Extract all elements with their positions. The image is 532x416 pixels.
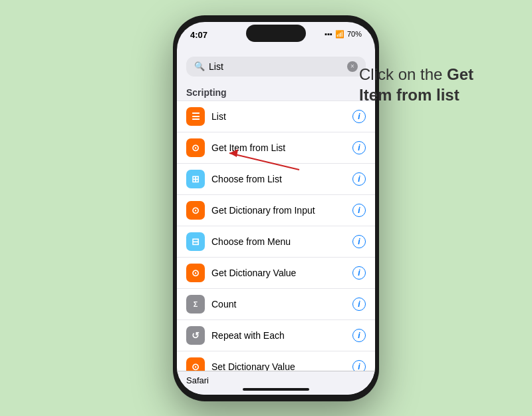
get-dict-value-info[interactable]: i — [352, 266, 366, 280]
get-item-icon: ⊙ — [186, 138, 205, 157]
get-dict-input-icon: ⊙ — [186, 201, 205, 220]
clear-icon: × — [350, 63, 354, 70]
list-item-choose-from-menu[interactable]: ⊟ Choose from Menu i — [177, 226, 375, 258]
list-item-choose-from-list[interactable]: ⊞ Choose from List i — [177, 164, 375, 195]
get-dict-input-info[interactable]: i — [352, 204, 366, 217]
home-indicator — [243, 388, 309, 391]
count-label: Count — [211, 299, 352, 310]
repeat-info[interactable]: i — [352, 329, 366, 342]
repeat-label: Repeat with Each — [211, 330, 352, 341]
get-dict-value-icon: ⊙ — [186, 264, 205, 282]
list-item-list[interactable]: ☰ List i — [177, 101, 375, 132]
bottom-bar: Safari — [177, 371, 375, 395]
list-item-list-label: List — [211, 111, 352, 122]
list-item-set-dict-value[interactable]: ⊙ Set Dictionary Value i — [177, 351, 375, 371]
status-time: 4:07 — [190, 29, 207, 40]
section-header-scripting: Scripting — [177, 82, 375, 101]
wifi-icon: 📶 — [335, 30, 344, 39]
signal-icon: ▪▪▪ — [325, 30, 332, 38]
annotation: Click on the Get Item from list — [359, 64, 505, 105]
phone-screen: 4:07 ▪▪▪ 📶 70% 🔍 List × Scripting — [177, 22, 375, 395]
choose-menu-label: Choose from Menu — [211, 236, 352, 247]
choose-list-label: Choose from List — [211, 174, 352, 184]
status-icons: ▪▪▪ 📶 70% — [325, 29, 362, 39]
list-item-repeat-with-each[interactable]: ↺ Repeat with Each i — [177, 320, 375, 351]
choose-menu-icon: ⊟ — [186, 232, 205, 251]
annotation-text: Click on the Get Item from list — [359, 64, 505, 105]
scene: 4:07 ▪▪▪ 📶 70% 🔍 List × Scripting — [0, 0, 532, 416]
list-item-get-dict-input[interactable]: ⊙ Get Dictionary from Input i — [177, 195, 375, 226]
list-item-get-dict-value[interactable]: ⊙ Get Dictionary Value i — [177, 258, 375, 289]
get-dict-value-label: Get Dictionary Value — [211, 268, 352, 278]
count-info[interactable]: i — [352, 298, 366, 311]
bottom-label: Safari — [186, 375, 366, 385]
get-item-info[interactable]: i — [352, 141, 366, 154]
list-item-get-item-from-list[interactable]: ⊙ Get Item from List i — [177, 132, 375, 164]
choose-list-icon: ⊞ — [186, 170, 205, 188]
search-input[interactable]: List — [209, 61, 343, 72]
list-item-list-info[interactable]: i — [352, 110, 366, 123]
search-bar[interactable]: 🔍 List × — [186, 57, 366, 77]
phone: 4:07 ▪▪▪ 📶 70% 🔍 List × Scripting — [173, 15, 379, 401]
repeat-icon: ↺ — [186, 326, 205, 345]
battery-icon: 70% — [347, 30, 362, 38]
list-item-count[interactable]: Σ Count i — [177, 289, 375, 320]
choose-menu-info[interactable]: i — [352, 235, 366, 248]
search-clear-button[interactable]: × — [347, 61, 358, 72]
get-dict-input-label: Get Dictionary from Input — [211, 205, 352, 216]
search-icon: 🔍 — [194, 61, 205, 71]
get-item-label: Get Item from List — [211, 142, 352, 153]
dynamic-island — [246, 25, 306, 42]
list-content: ☰ List i ⊙ Get Item from List i ⊞ Choose… — [177, 101, 375, 371]
set-dict-value-icon: ⊙ — [186, 357, 205, 371]
choose-list-info[interactable]: i — [352, 172, 366, 186]
count-icon: Σ — [186, 295, 205, 313]
set-dict-value-label: Set Dictionary Value — [211, 361, 352, 371]
annotation-text-part1: Click on the — [359, 65, 447, 83]
set-dict-value-info[interactable]: i — [352, 360, 366, 371]
list-item-list-icon: ☰ — [186, 107, 205, 126]
